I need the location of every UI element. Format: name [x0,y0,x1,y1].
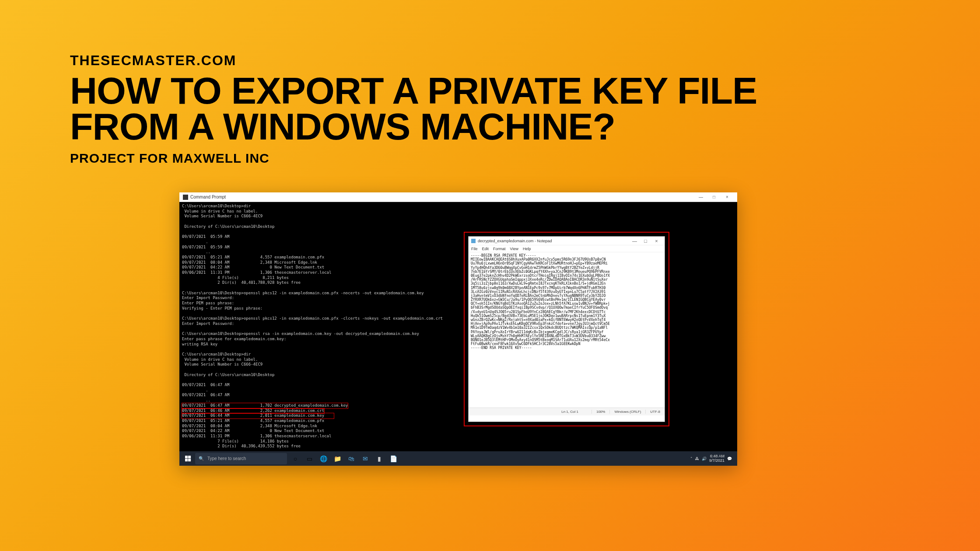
notepad-taskbar-icon[interactable]: 📄 [387,452,400,465]
maximize-button[interactable]: □ [707,195,721,199]
taskview-icon[interactable]: ▭ [303,452,316,465]
menu-format[interactable]: Format [493,247,506,251]
np-maximize-button[interactable]: □ [640,238,651,244]
windows-logo-icon [185,456,191,462]
svg-rect-0 [185,456,188,458]
taskbar[interactable]: 🔍 Type here to search ○ ▭ 🌐 📁 🛍 ✉ ▮ 📄 ˄ … [179,451,737,466]
system-tray[interactable]: ˄ 🖧 🔊 6:48 AM 9/7/2021 💬 [690,454,735,463]
np-close-button[interactable]: × [651,238,662,244]
search-placeholder: Type here to search [207,456,246,461]
cmd-icon [183,195,188,200]
taskbar-clock[interactable]: 6:48 AM 9/7/2021 [709,454,724,463]
cmd-taskbar-icon[interactable]: ▮ [373,452,386,465]
network-icon[interactable]: 🖧 [695,457,699,461]
svg-rect-3 [188,459,191,461]
status-pos: Ln 1, Col 1 [469,410,592,414]
edge-icon[interactable]: 🌐 [317,452,330,465]
status-enc: UTF-8 [645,410,665,414]
notepad-icon [471,239,476,243]
notepad-title: decrypted_exampledomain.com - Notepad [478,239,629,243]
subtitle: PROJECT FOR MAXWELL INC [70,151,757,166]
minimize-button[interactable]: — [694,195,707,199]
mail-icon[interactable]: ✉ [359,452,372,465]
menu-help[interactable]: Help [523,247,531,251]
notepad-statusbar: Ln 1, Col 1 100% Windows (CRLF) UTF-8 [469,408,665,415]
menu-file[interactable]: File [471,247,478,251]
notifications-icon[interactable]: 💬 [727,457,732,461]
np-minimize-button[interactable]: — [629,238,640,244]
site-name: THESECMASTER.COM [70,52,757,69]
store-icon[interactable]: 🛍 [345,452,358,465]
close-button[interactable]: × [721,195,734,199]
taskbar-pinned-icons: ○ ▭ 🌐 📁 🛍 ✉ ▮ 📄 [289,452,400,465]
header-block: THESECMASTER.COM HOW TO EXPORT A PRIVATE… [70,52,757,166]
explorer-icon[interactable]: 📁 [331,452,344,465]
cortana-icon[interactable]: ○ [289,452,302,465]
notepad-titlebar[interactable]: decrypted_exampledomain.com - Notepad — … [469,237,665,245]
main-title: HOW TO EXPORT A PRIVATE KEY FILE FROM A … [70,73,757,144]
svg-rect-2 [185,459,188,461]
cmd-titlebar[interactable]: Command Prompt — □ × [179,192,737,202]
svg-rect-1 [188,456,191,458]
menu-view[interactable]: View [510,247,518,251]
cmd-title: Command Prompt [190,195,694,199]
notepad-content[interactable]: -----BEGIN RSA PRIVATE KEY----- MIIEowIB… [469,252,665,408]
start-button[interactable] [181,452,195,466]
volume-icon[interactable]: 🔊 [702,457,707,461]
status-zoom: 100% [592,410,609,414]
search-icon: 🔍 [199,456,204,461]
menu-edit[interactable]: Edit [482,247,489,251]
status-eol: Windows (CRLF) [609,410,645,414]
notepad-window[interactable]: decrypted_exampledomain.com - Notepad — … [468,236,665,422]
chevron-up-icon[interactable]: ˄ [690,457,693,461]
taskbar-search[interactable]: 🔍 Type here to search [195,453,287,464]
notepad-menu: File Edit Format View Help [469,245,665,252]
